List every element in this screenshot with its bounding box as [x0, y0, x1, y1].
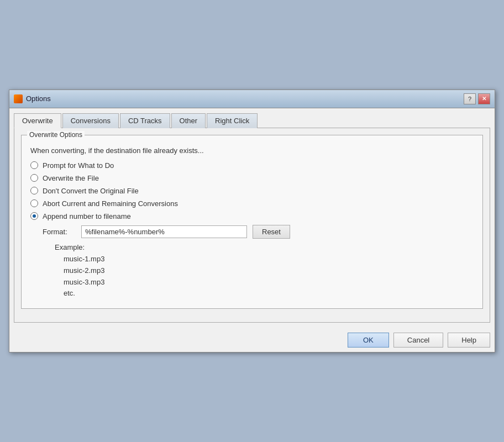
- tab-cd-tracks[interactable]: CD Tracks: [120, 113, 170, 128]
- radio-overwrite[interactable]: Overwrite the File: [30, 174, 474, 182]
- radio-abort[interactable]: Abort Current and Remaining Conversions: [30, 199, 474, 208]
- radio-append-number[interactable]: Append number to filename: [30, 212, 474, 220]
- tab-content: Overwrite Options When converting, if th…: [14, 128, 490, 323]
- example-line-4: etc.: [64, 288, 474, 299]
- radio-label-dont-convert: Don't Convert the Original File: [43, 187, 139, 195]
- radio-prompt[interactable]: Prompt for What to Do: [30, 161, 474, 170]
- options-window: Options ? ✕ Overwrite Conversions CD Tra…: [9, 90, 495, 352]
- title-bar-buttons: ? ✕: [464, 93, 490, 104]
- title-bar: Options ? ✕: [9, 90, 495, 108]
- radio-label-overwrite: Overwrite the File: [43, 174, 99, 182]
- format-row: Format: Reset: [43, 225, 474, 239]
- cancel-button[interactable]: Cancel: [393, 333, 443, 348]
- example-values: music-1.mp3 music-2.mp3 music-3.mp3 etc.: [64, 254, 474, 299]
- radio-dont-convert[interactable]: Don't Convert the Original File: [30, 187, 474, 195]
- example-line-3: music-3.mp3: [64, 277, 474, 288]
- example-section: Example: music-1.mp3 music-2.mp3 music-3…: [55, 243, 474, 299]
- overwrite-options-group: Overwrite Options When converting, if th…: [21, 135, 483, 309]
- tab-conversions[interactable]: Conversions: [62, 113, 119, 128]
- group-box-title: Overwrite Options: [27, 131, 85, 139]
- tab-right-click[interactable]: Right Click: [207, 113, 258, 128]
- bottom-buttons: OK Cancel Help: [9, 327, 495, 352]
- group-description: When converting, if the destination file…: [30, 146, 474, 155]
- radio-btn-abort[interactable]: [30, 199, 38, 207]
- format-section: Format: Reset Example: music-1.mp3 music…: [43, 225, 474, 299]
- window-title: Options: [26, 94, 51, 103]
- example-line-1: music-1.mp3: [64, 254, 474, 265]
- title-bar-left: Options: [14, 94, 51, 103]
- example-line-2: music-2.mp3: [64, 265, 474, 277]
- radio-label-append-number: Append number to filename: [43, 212, 131, 220]
- radio-btn-append-number[interactable]: [30, 212, 38, 220]
- help-titlebar-button[interactable]: ?: [464, 93, 476, 104]
- example-label: Example:: [55, 243, 474, 251]
- app-icon: [14, 94, 23, 103]
- format-label: Format:: [43, 228, 76, 236]
- tabs: Overwrite Conversions CD Tracks Other Ri…: [14, 113, 490, 128]
- window-body: Overwrite Conversions CD Tracks Other Ri…: [9, 108, 495, 327]
- close-button[interactable]: ✕: [478, 93, 490, 104]
- tab-overwrite[interactable]: Overwrite: [14, 113, 61, 128]
- radio-label-prompt: Prompt for What to Do: [43, 161, 114, 170]
- radio-label-abort: Abort Current and Remaining Conversions: [43, 199, 178, 208]
- tab-other[interactable]: Other: [171, 113, 206, 128]
- radio-btn-dont-convert[interactable]: [30, 187, 38, 194]
- help-button[interactable]: Help: [448, 333, 490, 348]
- reset-button[interactable]: Reset: [253, 225, 290, 239]
- format-input[interactable]: [81, 225, 247, 238]
- ok-button[interactable]: OK: [348, 333, 389, 348]
- radio-btn-prompt[interactable]: [30, 161, 38, 169]
- radio-btn-overwrite[interactable]: [30, 174, 38, 182]
